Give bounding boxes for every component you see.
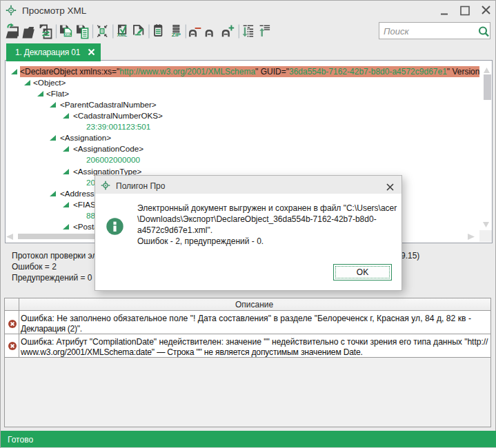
svg-text:ZIP: ZIP (172, 32, 181, 37)
svg-text:XML: XML (65, 33, 72, 37)
svg-text:XML: XML (117, 32, 128, 37)
